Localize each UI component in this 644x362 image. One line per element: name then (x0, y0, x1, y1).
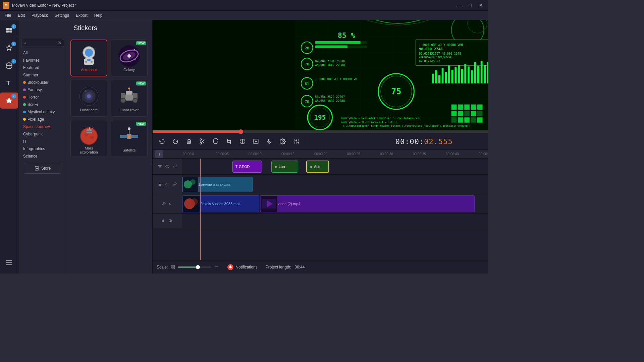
search-input[interactable] (28, 41, 58, 45)
svg-rect-102 (451, 70, 453, 83)
category-scifi[interactable]: Sci-Fi (21, 101, 64, 108)
sticker-galaxy[interactable]: NEW (111, 40, 148, 76)
svg-rect-126 (477, 111, 482, 116)
astr-clip[interactable]: ★ Astr (306, 161, 329, 173)
svg-point-15 (85, 61, 87, 63)
svg-text:45.000  1642  22080: 45.000 1642 22080 (315, 63, 345, 67)
svg-line-48 (84, 127, 85, 129)
search-clear-icon[interactable]: ✕ (58, 40, 62, 46)
crop-button[interactable] (223, 135, 235, 147)
sticker-lunar-rover[interactable]: NEW (111, 80, 148, 117)
text-track-visibility[interactable] (164, 164, 170, 170)
category-pixel[interactable]: Pixel age (21, 116, 64, 123)
add-track-button[interactable]: + (155, 150, 163, 158)
category-mystical[interactable]: Mystical galaxy (21, 109, 64, 115)
svg-rect-74 (315, 41, 360, 44)
main-clip-1[interactable]: Pexels Videos 3933.mp4 (182, 195, 259, 212)
category-featured[interactable]: Featured (21, 64, 64, 71)
category-cyberpunk[interactable]: Cyberpunk (21, 131, 64, 137)
main-clip-2[interactable]: video (2).mp4 (260, 195, 475, 212)
category-horror[interactable]: Horror (21, 94, 64, 101)
search-box[interactable]: ✕ (21, 39, 64, 47)
overlay-track-volume[interactable] (164, 181, 170, 187)
toolbar: 00:00:02.555 16:9 (153, 133, 488, 150)
scale-slider-fill (178, 266, 198, 268)
sticker-mars[interactable]: Marsexploration (70, 120, 107, 157)
category-favorites[interactable]: Favorites (21, 57, 64, 64)
category-infographics[interactable]: Infographics (21, 145, 64, 152)
settings-button[interactable] (277, 135, 289, 147)
menu-help[interactable]: Help (91, 12, 106, 19)
sidebar-item-stickers[interactable]: i (0, 93, 18, 109)
overlay-volume-icon (165, 182, 169, 186)
svg-marker-6 (6, 97, 12, 104)
category-fantasy[interactable]: Fantasy (21, 86, 64, 93)
lun-clip[interactable]: ★ Lun (271, 161, 298, 173)
main-track-volume[interactable] (168, 201, 174, 207)
overlay-track-visibility[interactable] (157, 181, 163, 187)
category-blockbuster[interactable]: Blockbuster (21, 79, 64, 86)
sidebar-item-effects[interactable]: i (0, 40, 18, 56)
lunar-rover-label: Lunar rover (120, 108, 139, 112)
menu-playback[interactable]: Playback (28, 12, 51, 19)
maximize-button[interactable]: □ (466, 2, 475, 9)
audio-track-scissors[interactable] (168, 218, 174, 224)
rotate-button[interactable] (210, 135, 222, 147)
overlay-clip[interactable]: Данные о станции (182, 177, 253, 192)
menu-edit[interactable]: Edit (14, 12, 28, 19)
color-button[interactable] (236, 135, 249, 147)
scale-max-button[interactable] (213, 264, 219, 270)
sidebar-item-text[interactable]: T (0, 75, 18, 91)
ruler-mark-0: 00:00:0 (183, 152, 216, 156)
category-science[interactable]: Science (21, 153, 64, 160)
close-button[interactable]: ✕ (476, 2, 486, 9)
search-icon (23, 41, 26, 45)
svg-rect-99 (442, 68, 444, 83)
redo-button[interactable] (169, 135, 181, 147)
galaxy-label: Galaxy (123, 68, 135, 72)
equalizer-button[interactable] (290, 135, 302, 147)
preview-progress-bar[interactable] (153, 130, 488, 133)
notifications-button[interactable]: Notifications (225, 263, 260, 272)
category-it[interactable]: IT (21, 138, 64, 145)
sticker-astronaut[interactable]: Astronaut (70, 40, 107, 76)
text-track-link[interactable] (172, 164, 178, 170)
scale-min-button[interactable] (170, 264, 176, 270)
svg-point-55 (128, 135, 130, 138)
category-space-journey[interactable]: Space Journey (21, 123, 64, 130)
menu-export[interactable]: Export (72, 12, 91, 19)
sticker-satellite[interactable]: NEW (111, 120, 148, 157)
geod-clip[interactable]: T GEOD (232, 161, 262, 173)
category-all[interactable]: All (21, 50, 64, 56)
collapse-panel-button[interactable]: ‹ (151, 145, 152, 165)
sidebar-item-transitions[interactable] (0, 255, 18, 271)
scale-thumb[interactable] (196, 265, 200, 269)
svg-point-31 (92, 93, 95, 96)
svg-rect-17 (87, 59, 91, 61)
sticker-lunar-core[interactable]: Lunar core (70, 80, 107, 117)
sidebar-item-media[interactable]: i (0, 23, 18, 39)
svg-point-177 (191, 198, 198, 205)
text-track-content: T GEOD ★ Lun ★ Astr (182, 159, 488, 174)
delete-button[interactable] (183, 135, 195, 147)
svg-point-32 (82, 98, 86, 101)
right-area: 85 % 28 70 81 76 (153, 20, 488, 274)
minimize-button[interactable]: — (455, 2, 464, 9)
store-button[interactable]: Store (24, 163, 61, 174)
export-clip-button[interactable] (250, 135, 262, 147)
menu-file[interactable]: File (1, 12, 14, 19)
audio-button[interactable] (263, 135, 275, 147)
svg-point-30 (85, 90, 87, 92)
undo-button[interactable] (156, 135, 168, 147)
svg-rect-122 (451, 111, 457, 116)
menu-settings[interactable]: Settings (51, 12, 72, 19)
sidebar-item-filters[interactable]: i (0, 58, 18, 74)
cut-button[interactable] (196, 135, 208, 147)
main-track-visibility[interactable] (161, 201, 167, 207)
main-volume-icon (169, 202, 173, 206)
lun-clip-label: Lun (279, 165, 285, 169)
overlay-track-link[interactable] (172, 181, 178, 187)
audio-track-volume[interactable] (161, 218, 167, 224)
scale-slider[interactable] (178, 266, 211, 268)
category-summer[interactable]: Summer (21, 72, 64, 78)
